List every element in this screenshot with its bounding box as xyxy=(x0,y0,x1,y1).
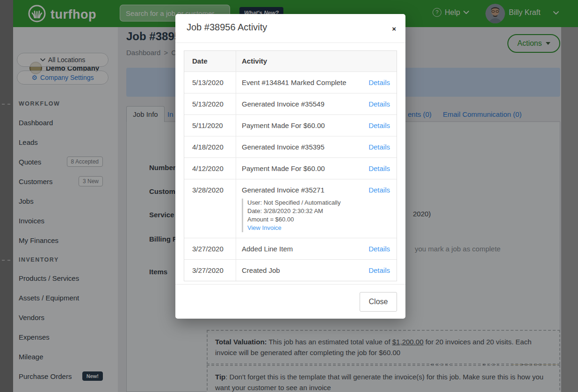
activity-row: 4/12/2020 Payment Made For $60.00 Detail… xyxy=(184,157,397,179)
activity-row: 3/27/2020 Created Job Details xyxy=(184,259,397,281)
activity-table-header: Date Activity xyxy=(184,51,397,71)
detail-user-line: User: Not Specified / Automatically xyxy=(247,199,397,207)
details-link[interactable]: Details xyxy=(368,100,390,108)
details-link[interactable]: Details xyxy=(368,121,390,129)
activity-row: 5/13/2020 Generated Invoice #35549 Detai… xyxy=(184,93,397,114)
activity-modal: Job #38956 Activity × Date Activity 5/13… xyxy=(175,14,405,319)
close-icon[interactable]: × xyxy=(392,25,396,32)
details-link[interactable]: Details xyxy=(368,78,390,86)
app-window: turfhop What's New? ? Help Billy Kraft xyxy=(0,0,578,392)
detail-date-line: Date: 3/28/2020 2:30:32 AM xyxy=(247,207,397,215)
activity-row: 4/18/2020 Generated Invoice #35395 Detai… xyxy=(184,136,397,157)
view-invoice-link[interactable]: View Invoice xyxy=(247,224,397,232)
activity-row: 3/27/2020 Added Line Item Details xyxy=(184,238,397,259)
activity-table: Date Activity 5/13/2020 Event #134841 Ma… xyxy=(184,50,397,281)
activity-row-expanded: 3/28/2020 Generated Invoice #35271 Detai… xyxy=(184,179,397,238)
details-link[interactable]: Details xyxy=(368,245,390,253)
details-link[interactable]: Details xyxy=(368,186,390,194)
col-date: Date xyxy=(184,51,236,71)
details-link[interactable]: Details xyxy=(368,164,390,172)
modal-title: Job #38956 Activity xyxy=(187,22,267,33)
activity-row: 5/11/2020 Payment Made For $60.00 Detail… xyxy=(184,114,397,136)
modal-footer: Close xyxy=(175,284,405,319)
modal-header: Job #38956 Activity × xyxy=(175,14,405,43)
details-link[interactable]: Details xyxy=(368,143,390,151)
activity-details-block: User: Not Specified / Automatically Date… xyxy=(242,199,397,232)
detail-amount-line: Amount = $60.00 xyxy=(247,215,397,223)
activity-row: 5/13/2020 Event #134841 Marked Complete … xyxy=(184,71,397,93)
col-activity: Activity xyxy=(242,57,267,65)
close-button[interactable]: Close xyxy=(360,292,397,312)
details-link[interactable]: Details xyxy=(368,266,390,274)
